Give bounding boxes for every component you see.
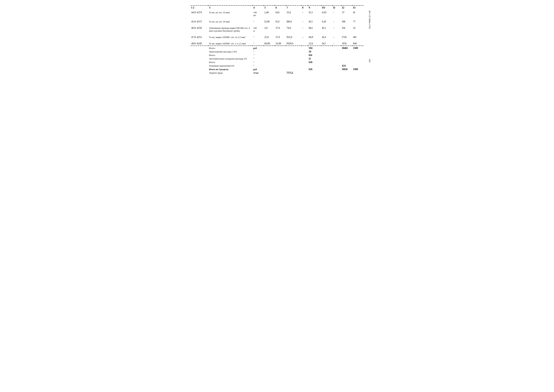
- summary-c5: [264, 50, 275, 54]
- row-c12: I36: [341, 25, 352, 33]
- row-c8: [301, 41, 308, 46]
- summary-label: Итого по I разделу:: [208, 68, 253, 71]
- row-desc: То же, но сеч. 50 мм2: [208, 19, 253, 24]
- summary-c8: [301, 71, 308, 75]
- summary-c7: [286, 54, 301, 57]
- summary-c7: [286, 50, 301, 54]
- row-c5: 25,0: [264, 35, 275, 39]
- row-c10: I6,4: [321, 35, 332, 39]
- row-c11: –: [332, 35, 341, 39]
- header-col9: IO: [321, 6, 332, 10]
- row-c7: 33,6: [286, 10, 301, 17]
- summary-row: Итого по I разделу: руб 626 II026 3309: [191, 68, 364, 71]
- header-col11: I2: [341, 6, 352, 10]
- summary-label: Транспортные расходы 3,4%: [208, 50, 253, 54]
- row-c9: 68,8: [308, 35, 321, 39]
- summary-c11: [332, 68, 341, 71]
- row-c13: 32: [352, 25, 364, 33]
- summary-c13: 3309: [352, 68, 364, 71]
- summary-c11: [332, 50, 341, 54]
- spacer-row: [191, 39, 364, 41]
- summary-label-empty: [191, 68, 208, 71]
- summary-c11: [332, 64, 341, 68]
- row-c7: I920,0–: [286, 41, 301, 46]
- summary-c10: [321, 46, 332, 50]
- row-c9: 68,I: [308, 25, 321, 33]
- summary-c8: [301, 50, 308, 54]
- row-unit: ": [253, 35, 264, 39]
- row-c10: 6,4I: [321, 19, 332, 24]
- summary-c9: 20: [308, 50, 321, 54]
- summary-c10: [321, 71, 332, 75]
- summary-c9: 6I4: [308, 54, 321, 57]
- summary-c5: [264, 61, 275, 64]
- row-id: 47.8–4252: [191, 35, 208, 39]
- summary-c12: [341, 54, 352, 57]
- summary-c12: [341, 61, 352, 64]
- summary-label-empty: [191, 46, 208, 50]
- row-c7: 74,0: [286, 25, 301, 33]
- summary-c9: 626: [308, 68, 321, 71]
- summary-unit: ": [253, 61, 264, 64]
- row-c9: 52,6: [308, 41, 321, 46]
- summary-c6: [275, 50, 286, 54]
- summary-c8: [301, 64, 308, 68]
- row-c5: 60,00: [264, 41, 275, 46]
- summary-c10: [321, 54, 332, 57]
- summary-unit: руб: [253, 46, 264, 50]
- row-id: 48.8–4249: [191, 41, 208, 46]
- summary-row: Итого: " 626: [191, 61, 364, 64]
- summary-c13: 3309: [352, 46, 364, 50]
- summary-c12: [341, 71, 352, 75]
- row-unit: ": [253, 19, 264, 24]
- row-c6: 32,00: [275, 41, 286, 46]
- summary-c13: [352, 54, 364, 57]
- summary-row: Итого: руб 594 I0402 3309: [191, 46, 364, 50]
- summary-unit: ": [253, 50, 264, 54]
- summary-c8: [301, 46, 308, 50]
- summary-c9: I2: [308, 57, 321, 61]
- summary-c11: [332, 61, 341, 64]
- summary-label: Итого:: [208, 46, 253, 50]
- header-col10: II: [332, 6, 341, 10]
- row-c5: 2,0: [264, 25, 275, 33]
- header-col2: 3: [208, 6, 253, 10]
- side-label-top: Ш-1-35 Лнбов 17/62: [368, 11, 371, 29]
- spacer-row: [191, 17, 364, 19]
- summary-c6: [275, 71, 286, 75]
- summary-label: Плановые накопления 6%: [208, 64, 253, 68]
- row-c6: 37,0: [275, 35, 286, 39]
- row-c13: I4: [352, 10, 364, 17]
- table-row: 46.8–4250 Затягивание провода марки ПВ-6…: [191, 25, 364, 33]
- summary-c5: [264, 54, 275, 57]
- page-container: Ш-1-35 Лнбов 17/62 -103- 15954-14 I 2 3 …: [191, 5, 364, 75]
- summary-c8: [301, 54, 308, 57]
- summary-c7: [286, 57, 301, 61]
- summary-c6: [275, 46, 286, 50]
- row-c10: I6,2: [321, 25, 332, 33]
- row-c10: I4,I: [321, 41, 332, 46]
- row-c11: –: [332, 25, 341, 33]
- row-id: 46.8–4250: [191, 25, 208, 33]
- summary-label: Итого:: [208, 61, 253, 64]
- header-col3: 4: [253, 6, 264, 10]
- summary-label: Итого:: [208, 54, 253, 57]
- summary-unit: руб: [253, 68, 264, 71]
- row-c8: –: [301, 35, 308, 39]
- summary-unit: ": [253, 57, 264, 61]
- summary-unit: ": [253, 54, 264, 57]
- row-desc: То же, марки АППВС сеч. 2 х 2,5 мм2: [208, 41, 253, 46]
- row-c12: 37: [341, 10, 352, 17]
- summary-c7: [286, 46, 301, 50]
- row-id: 45.8–4375: [191, 19, 208, 24]
- summary-c9: [308, 71, 321, 75]
- header-col7: 8: [301, 6, 308, 10]
- summary-row: Транспортные расходы 3,4% " 20: [191, 50, 364, 54]
- header-col12: I3: [352, 6, 364, 10]
- row-c5: 2,40: [264, 10, 275, 17]
- summary-c13: [352, 57, 364, 61]
- row-c8: –: [301, 19, 308, 24]
- summary-c7: 7575,I: [286, 71, 301, 75]
- row-unit: ": [253, 41, 264, 46]
- summary-label-empty: [191, 50, 208, 54]
